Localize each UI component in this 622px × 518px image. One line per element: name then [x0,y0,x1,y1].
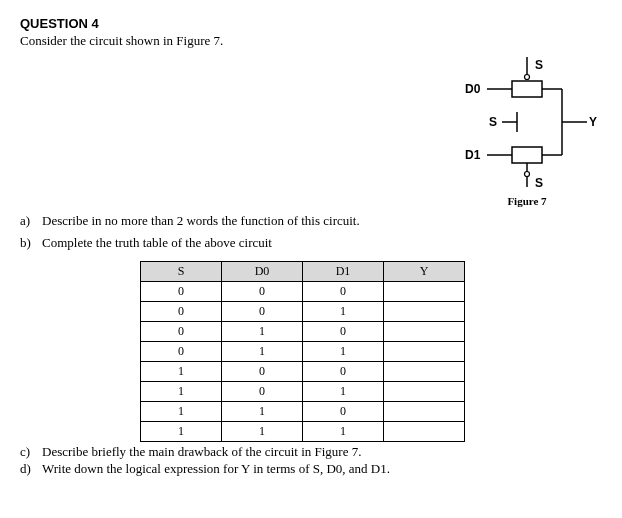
figure-caption: Figure 7 [507,195,546,207]
label-s-top: S [535,58,543,72]
question-d: d) Write down the logical expression for… [20,461,602,477]
marker-d: d) [20,461,36,477]
table-row: 1 1 1 [141,422,465,442]
table-row: 1 0 1 [141,382,465,402]
col-d1: D1 [303,262,384,282]
truth-table: S D0 D1 Y 0 0 0 0 0 1 0 1 0 [140,261,465,442]
question-c: c) Describe briefly the main drawback of… [20,444,602,460]
svg-rect-9 [512,147,542,163]
question-b: b) Complete the truth table of the above… [20,235,602,251]
text-b: Complete the truth table of the above ci… [42,235,272,251]
marker-a: a) [20,213,36,229]
question-prompt: Consider the circuit shown in Figure 7. [20,33,602,49]
text-a: Describe in no more than 2 words the fun… [42,213,360,229]
figure-container: D0 D1 S S S Y Figure 7 [20,57,602,207]
figure-column: D0 D1 S S S Y Figure 7 [452,57,602,207]
svg-rect-2 [512,81,542,97]
table-row: 0 0 0 [141,282,465,302]
table-row: 1 0 0 [141,362,465,382]
svg-point-1 [525,75,530,80]
label-d0: D0 [465,82,481,96]
marker-c: c) [20,444,36,460]
question-list-bottom: c) Describe briefly the main drawback of… [20,444,602,477]
table-row: 0 1 0 [141,322,465,342]
label-s-bottom: S [535,176,543,187]
question-list-top: a) Describe in no more than 2 words the … [20,213,602,251]
table-row: 0 1 1 [141,342,465,362]
label-d1: D1 [465,148,481,162]
marker-b: b) [20,235,36,251]
text-d: Write down the logical expression for Y … [42,461,390,477]
question-a: a) Describe in no more than 2 words the … [20,213,602,229]
col-d0: D0 [222,262,303,282]
col-s: S [141,262,222,282]
table-row: 0 0 1 [141,302,465,322]
table-row: 1 1 0 [141,402,465,422]
table-body: 0 0 0 0 0 1 0 1 0 0 1 1 [141,282,465,442]
text-c: Describe briefly the main drawback of th… [42,444,361,460]
svg-point-14 [525,172,530,177]
table-header-row: S D0 D1 Y [141,262,465,282]
col-y: Y [384,262,465,282]
circuit-diagram: D0 D1 S S S Y [457,57,597,187]
label-y: Y [589,115,597,129]
question-heading: QUESTION 4 [20,16,602,31]
truth-table-wrap: S D0 D1 Y 0 0 0 0 0 1 0 1 0 [140,261,602,442]
label-s-left: S [489,115,497,129]
